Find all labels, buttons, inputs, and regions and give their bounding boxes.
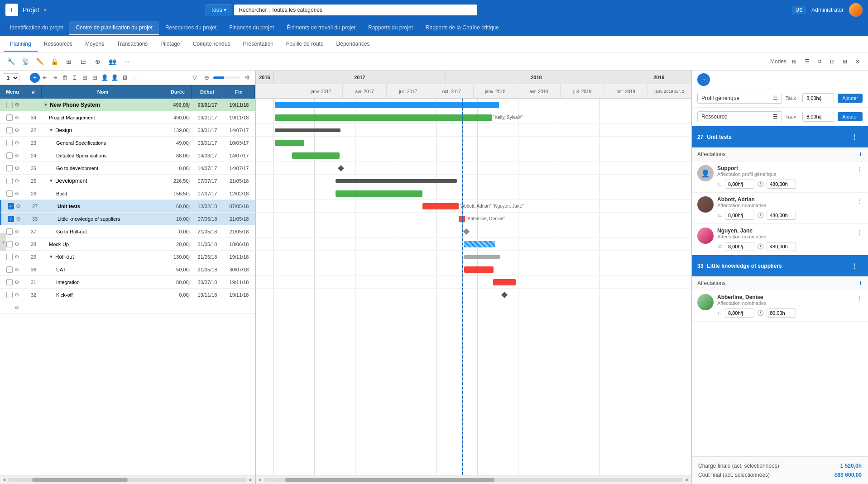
checkbox[interactable] — [6, 102, 13, 108]
checkbox[interactable] — [6, 254, 13, 260]
abbott-total-input[interactable] — [767, 211, 796, 220]
tool-refresh-icon[interactable]: 📡 — [20, 56, 31, 67]
gantt-hscroll[interactable]: ◄ ► — [256, 475, 691, 484]
tab-pilotage[interactable]: Pilotage — [154, 37, 186, 52]
navigate-button[interactable]: → — [697, 73, 710, 86]
tool-expand-icon[interactable]: ⊞ — [63, 56, 74, 67]
gantt-bar[interactable] — [464, 241, 495, 247]
gantt-bar[interactable] — [464, 266, 494, 273]
add-affectation-33[interactable]: + — [858, 279, 863, 287]
profile-rate-input[interactable] — [802, 93, 834, 103]
abberline-rate-input[interactable] — [725, 308, 754, 318]
gear-icon[interactable]: ⚙ — [14, 279, 19, 285]
add-task-button[interactable]: + — [30, 73, 40, 83]
task-hscroll[interactable]: ◄ ► — [0, 475, 255, 484]
checkbox[interactable] — [6, 127, 13, 133]
search-input[interactable] — [234, 5, 477, 15]
tool-org-icon[interactable]: 👥 — [107, 56, 118, 67]
link-button[interactable]: ⊞ — [80, 73, 90, 83]
tool-split-icon[interactable]: ⊕ — [92, 56, 103, 67]
nguyen-total-input[interactable] — [767, 242, 796, 251]
checkbox[interactable] — [6, 114, 13, 121]
nav-tab-identification[interactable]: Identification du projet — [4, 21, 69, 35]
tool-lock-icon[interactable]: 🔒 — [49, 56, 60, 67]
resource-menu-icon[interactable]: ☰ — [773, 114, 778, 120]
mode-btn-4[interactable]: ⊡ — [827, 57, 837, 66]
table-row[interactable]: ✓ ⚙ 27 Unit tests 60,00j 12/02/18 07/05/… — [0, 200, 255, 213]
user-region[interactable]: US — [792, 6, 806, 14]
assignment-abberline-menu[interactable]: ⋮ — [856, 294, 863, 302]
gantt-bar[interactable] — [422, 203, 459, 209]
gear-icon[interactable]: ⚙ — [14, 266, 19, 273]
add-affectation-27[interactable]: + — [858, 150, 863, 158]
support-total-input[interactable] — [767, 180, 796, 189]
table-row[interactable]: ⚙ 28 Mock-Up 20,00j 21/05/18 18/06/18 — [0, 238, 255, 251]
gear-icon[interactable]: ⚙ — [14, 304, 19, 311]
sum-button[interactable]: Σ — [70, 73, 80, 83]
table-row[interactable]: ⚙ 36 UAT 50,00j 21/05/18 30/07/18 — [0, 263, 255, 276]
table-row[interactable]: ⚙ 25 ▼ Development 226,50j 07/07/17 21/0… — [0, 175, 255, 187]
profile-menu-icon[interactable]: ☰ — [773, 95, 778, 101]
checkbox[interactable] — [6, 165, 13, 171]
abbott-rate-input[interactable] — [725, 211, 754, 220]
row-count-select[interactable]: 125 — [3, 73, 19, 82]
expand-arrow[interactable]: ▼ — [49, 178, 53, 183]
tab-dependances[interactable]: Dépendances — [330, 37, 376, 52]
mode-btn-5[interactable]: ⊞ — [840, 57, 850, 66]
gear-icon[interactable]: ⚙ — [14, 292, 19, 298]
tab-moyens[interactable]: Moyens — [79, 37, 110, 52]
hscrollbar-track[interactable] — [8, 478, 247, 482]
expand-arrow[interactable]: ▼ — [49, 128, 53, 133]
app-dropdown-arrow[interactable]: ▾ — [44, 8, 46, 13]
table-row[interactable]: ⚙ 32 Kick-off 0,00j 19/11/18 19/11/18 — [0, 289, 255, 301]
task33-menu[interactable]: ⋮ — [846, 259, 863, 273]
gear-icon[interactable]: ⚙ — [14, 152, 19, 159]
mode-btn-3[interactable]: ↺ — [815, 57, 825, 66]
checkbox[interactable] — [6, 228, 13, 235]
tab-planning[interactable]: Planning — [4, 37, 38, 52]
checkbox[interactable] — [6, 292, 13, 298]
gantt-bar[interactable] — [275, 114, 492, 121]
table-row[interactable]: ⚙ 26 Build 156,50j 07/07/17 12/02/18 — [0, 187, 255, 200]
user-avatar[interactable] — [849, 3, 863, 17]
assignment-nguyen-menu[interactable]: ⋮ — [856, 228, 863, 236]
table-row[interactable]: ⚙ ▼ New Phone System 490,00j 03/01/17 19… — [0, 99, 255, 111]
checkbox[interactable] — [6, 140, 13, 146]
nav-tab-planification[interactable]: Centre de planification du projet — [69, 21, 158, 35]
gear-icon[interactable]: ⚙ — [14, 228, 19, 235]
table-row[interactable]: ⚙ 22 ▼ Design 139,00j 03/01/17 14/07/17 — [0, 124, 255, 137]
table-row[interactable]: ✓ ⚙ 33 Little knowledge of suppliers 10,… — [0, 213, 255, 225]
gantt-bar[interactable] — [292, 152, 340, 159]
table-row[interactable]: ⚙ 31 Integration 80,00j 30/07/18 19/11/1… — [0, 276, 255, 289]
checkbox[interactable] — [6, 241, 13, 247]
assignment-support-menu[interactable]: ⋮ — [856, 165, 863, 173]
gear-icon[interactable]: ⚙ — [14, 178, 19, 184]
nav-tab-rapports[interactable]: Rapports du projet — [362, 21, 419, 35]
mode-btn-2[interactable]: ☰ — [802, 57, 812, 66]
profile-add-button[interactable]: Ajouter — [838, 94, 863, 103]
unlink-button[interactable]: ⊟ — [90, 73, 100, 83]
checkbox[interactable] — [6, 178, 13, 184]
sidebar-toggle[interactable]: ◄ — [0, 233, 6, 251]
gear-icon[interactable]: ⚙ — [14, 190, 19, 197]
resource-rate-input[interactable] — [802, 112, 834, 122]
indent-in-button[interactable]: ⇥ — [50, 73, 60, 83]
filter-icon[interactable]: ▽ — [190, 73, 200, 83]
checkbox[interactable] — [6, 190, 13, 197]
gear-icon[interactable]: ⚙ — [14, 241, 19, 247]
delete-task-button[interactable]: 🗑 — [60, 73, 70, 83]
search-filter-button[interactable]: Tous ▾ — [206, 5, 231, 15]
more-actions-button[interactable]: ··· — [129, 73, 139, 83]
gantt-hscrollbar[interactable] — [264, 478, 683, 482]
gear-icon[interactable]: ⚙ — [16, 216, 21, 222]
gantt-bar[interactable] — [336, 190, 422, 197]
tool-filter-icon[interactable]: 🔧 — [5, 56, 16, 67]
checkbox[interactable] — [6, 279, 13, 285]
checkbox[interactable]: ✓ — [8, 216, 14, 222]
gear-icon[interactable]: ⚙ — [14, 127, 19, 133]
table-row[interactable]: ⚙ 23 General Specifications 49,00j 03/01… — [0, 137, 255, 149]
gear-icon[interactable]: ⚙ — [14, 114, 19, 121]
checkbox[interactable] — [6, 152, 13, 159]
nguyen-rate-input[interactable] — [725, 242, 754, 251]
mode-btn-1[interactable]: ⊞ — [789, 57, 799, 66]
